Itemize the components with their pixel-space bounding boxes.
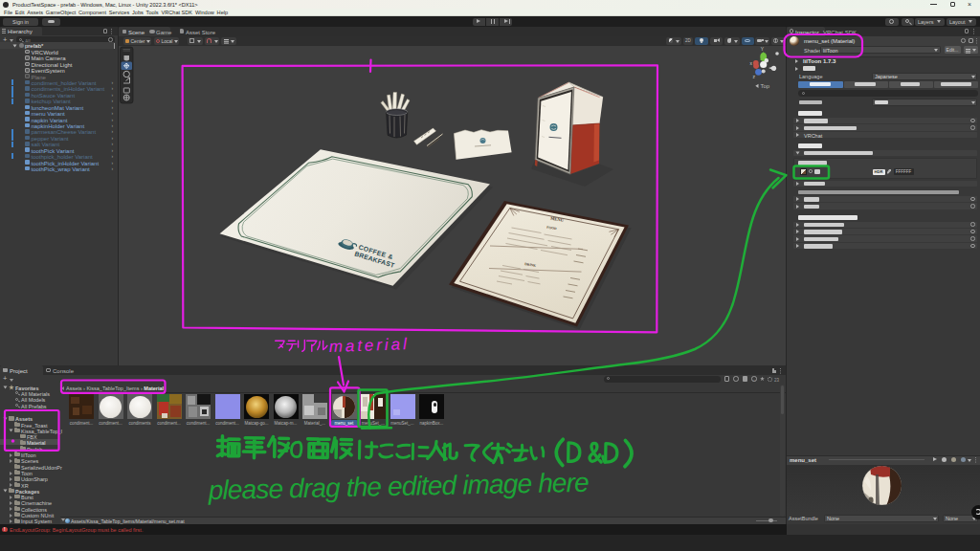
svg-text:z: z [753, 74, 756, 79]
svg-text:Top: Top [761, 83, 770, 89]
svg-text:x: x [750, 59, 753, 65]
svg-text:Y: Y [761, 46, 765, 52]
